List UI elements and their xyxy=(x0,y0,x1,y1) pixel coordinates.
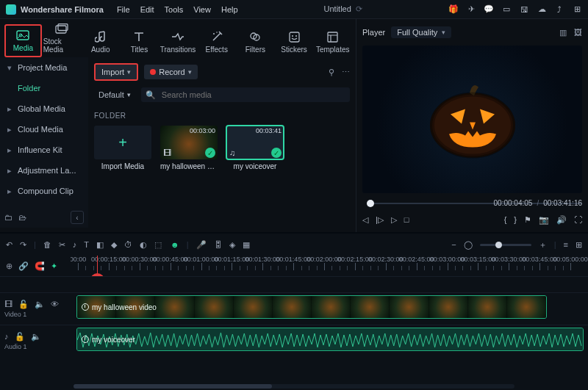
progress-handle[interactable] xyxy=(367,200,374,207)
track-link-icon[interactable]: 🔗 xyxy=(18,261,29,271)
sidebar-item-adjustment-layer[interactable]: ▸Adjustment La... xyxy=(0,160,88,181)
preview-viewport[interactable] xyxy=(362,46,582,193)
mask-icon[interactable]: ⬚ xyxy=(154,240,162,250)
new-folder-icon[interactable]: 🗀 xyxy=(4,213,12,222)
render-icon[interactable]: ▦ xyxy=(243,240,250,250)
stock-media-icon xyxy=(55,22,68,35)
delete-button[interactable]: 🗑 xyxy=(43,240,51,249)
sidebar-item-global-media[interactable]: ▸Global Media xyxy=(0,98,88,119)
clip-audio-1[interactable]: my voiceover xyxy=(76,328,584,351)
keyframe-icon[interactable]: ◆ xyxy=(111,240,117,250)
send-icon[interactable]: ✈ xyxy=(466,4,476,15)
monitor-icon[interactable]: ▭ xyxy=(501,4,512,15)
timeline-settings-icon[interactable]: ≡ xyxy=(564,240,568,249)
track-head-video1[interactable]: 🎞 🔓 🔈 👁 Video 1 xyxy=(0,292,71,325)
cloud-icon[interactable]: ☁ xyxy=(537,4,547,15)
thumb-audio-1[interactable]: 00:03:41 ♫ ✓ my voiceover xyxy=(226,126,284,170)
timeline-scrollbar[interactable] xyxy=(0,383,588,390)
crop-tool-icon[interactable]: ◧ xyxy=(96,240,104,250)
undo-button[interactable]: ↶ xyxy=(6,240,12,250)
mark-in-button[interactable]: { xyxy=(504,215,507,224)
lock-icon[interactable]: 🔓 xyxy=(18,300,29,309)
stop-button[interactable]: □ xyxy=(404,215,409,224)
sidebar-item-cloud-media[interactable]: ▸Cloud Media xyxy=(0,119,88,140)
import-button[interactable]: Import ▾ xyxy=(94,63,138,81)
timeline-ruler[interactable]: 00:0000:00:15:0000:00:30:0000:00:45:0000… xyxy=(71,256,588,276)
visibility-icon[interactable]: 👁 xyxy=(51,300,59,309)
sidebar-item-folder[interactable]: Folder xyxy=(0,78,88,98)
current-time: 00:00:04:05 xyxy=(494,199,533,207)
sidebar-item-compound-clip[interactable]: ▸Compound Clip xyxy=(0,181,88,201)
track-options-icon[interactable]: ✦ xyxy=(51,261,57,271)
text-tool-icon[interactable]: T xyxy=(84,240,89,249)
mute-icon[interactable]: 🔈 xyxy=(35,300,45,309)
color-icon[interactable]: ◐ xyxy=(140,240,147,250)
thumb-import-media[interactable]: + Import Media xyxy=(94,126,151,170)
menu-help[interactable]: Help xyxy=(221,5,238,14)
sort-dropdown[interactable]: Default ▾ xyxy=(94,88,135,101)
lock-icon[interactable]: 🔓 xyxy=(15,332,25,342)
audio-tool-icon[interactable]: ♪ xyxy=(73,240,77,249)
marker-add-icon[interactable]: ◈ xyxy=(229,240,235,250)
scrollbar-thumb[interactable] xyxy=(74,384,272,389)
timeline-layout-icon[interactable]: ⊞ xyxy=(576,240,582,250)
menu-tools[interactable]: Tools xyxy=(165,5,184,14)
messages-icon[interactable]: 💬 xyxy=(484,4,494,15)
sidebar-item-project-media[interactable]: ▾Project Media xyxy=(0,57,88,78)
export-icon[interactable]: ⤴ xyxy=(554,4,564,15)
tab-transitions[interactable]: Transitions xyxy=(159,27,197,57)
mute-icon[interactable]: 🔈 xyxy=(31,332,41,342)
zoom-circle-icon[interactable]: ◯ xyxy=(464,240,473,250)
menu-edit[interactable]: Edit xyxy=(140,5,154,14)
tab-titles[interactable]: Titles xyxy=(121,27,158,57)
search-field[interactable]: 🔍 xyxy=(141,87,350,102)
step-back-button[interactable]: |▷ xyxy=(376,215,384,225)
magnet-icon[interactable]: 🧲 xyxy=(35,261,45,271)
gift-icon[interactable]: 🎁 xyxy=(448,4,459,15)
menu-file[interactable]: File xyxy=(117,5,130,14)
sidebar-item-influence-kit[interactable]: ▸Influence Kit xyxy=(0,140,88,160)
marker-icon[interactable]: ⚑ xyxy=(524,215,531,225)
track-lanes[interactable]: my halloween video my voiceover xyxy=(71,276,588,383)
tab-effects[interactable]: Effects xyxy=(198,27,235,57)
collapse-sidebar-button[interactable]: ‹ xyxy=(71,211,84,224)
playhead[interactable]: ✂ xyxy=(97,256,98,276)
tab-stickers[interactable]: Stickers xyxy=(276,27,313,57)
tab-templates[interactable]: Templates xyxy=(314,27,351,57)
ai-button[interactable]: ☻ xyxy=(171,240,179,249)
more-icon[interactable]: ⋯ xyxy=(342,68,350,77)
compare-view-icon[interactable]: ▥ xyxy=(559,28,567,37)
prev-frame-button[interactable]: ◁ xyxy=(362,215,368,225)
save-icon[interactable]: 🖫 xyxy=(519,4,529,15)
grid-icon[interactable]: ⊞ xyxy=(572,4,582,15)
redo-button[interactable]: ↷ xyxy=(20,240,26,250)
zoom-slider[interactable] xyxy=(480,244,531,246)
clip-video-1[interactable]: my halloween video xyxy=(76,295,547,319)
quality-dropdown[interactable]: Full Quality ▾ xyxy=(391,26,451,38)
camera-icon[interactable]: 📷 xyxy=(539,215,549,225)
track-add-icon[interactable]: ⊕ xyxy=(6,261,12,271)
tab-audio[interactable]: Audio xyxy=(82,27,119,57)
new-bin-icon[interactable]: 🗁 xyxy=(18,213,26,222)
search-input[interactable] xyxy=(160,90,345,100)
tab-stock-media[interactable]: Stock Media xyxy=(43,19,81,57)
speed-icon[interactable]: ⏱ xyxy=(124,240,132,249)
play-button[interactable]: ▷ xyxy=(391,215,397,225)
zoom-in-button[interactable]: ＋ xyxy=(539,239,547,250)
snapshot-icon[interactable]: 🖼 xyxy=(574,28,582,37)
split-button[interactable]: ✂ xyxy=(59,240,65,250)
mark-out-button[interactable]: } xyxy=(514,215,517,224)
tab-media[interactable]: Media xyxy=(4,24,42,57)
tab-filters[interactable]: Filters xyxy=(237,27,274,57)
mixer-icon[interactable]: 🎛 xyxy=(214,240,222,249)
fullscreen-icon[interactable]: ⛶ xyxy=(574,215,582,224)
thumb-video-1[interactable]: 00:03:00 🎞 ✓ my halloween vi... xyxy=(160,126,218,170)
mic-icon[interactable]: 🎤 xyxy=(196,240,207,250)
menu-view[interactable]: View xyxy=(193,5,211,14)
record-button[interactable]: Record ▾ xyxy=(144,65,197,79)
volume-icon[interactable]: 🔊 xyxy=(556,215,567,225)
waveform xyxy=(77,328,583,351)
zoom-out-button[interactable]: − xyxy=(451,240,456,249)
filter-icon[interactable]: ⚲ xyxy=(329,68,334,77)
track-head-audio1[interactable]: ♪ 🔓 🔈 Audio 1 xyxy=(0,325,71,357)
